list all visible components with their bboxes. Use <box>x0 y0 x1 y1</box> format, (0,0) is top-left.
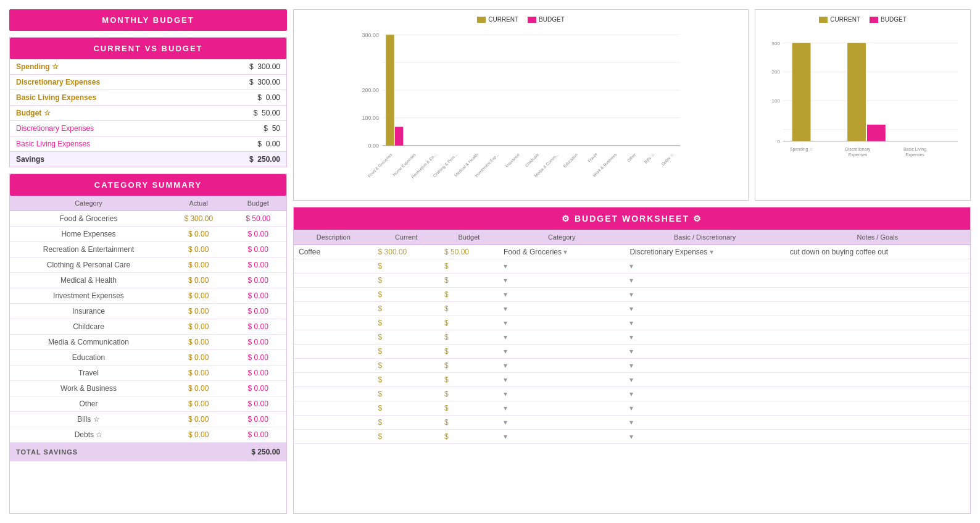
cvb-spending-label: Spending ☆ <box>10 59 201 75</box>
category-summary-section: CATEGORY SUMMARY Category Actual Budget … <box>9 174 287 514</box>
cat-row-budget: $ 0.00 <box>230 350 286 366</box>
cat-row: Bills ☆ $ 0.00 $ 0.00 <box>10 412 286 427</box>
budget-swatch <box>528 17 536 23</box>
cat-header-actual: Actual <box>167 196 230 211</box>
svg-text:Debts ☆: Debts ☆ <box>660 153 675 167</box>
svg-text:100.00: 100.00 <box>362 115 379 121</box>
ws-description[interactable]: Coffee <box>294 245 373 259</box>
ws-description[interactable] <box>294 316 373 330</box>
group-legend-current: CURRENT <box>819 16 860 23</box>
cat-row-budget: $ 0.00 <box>230 288 286 304</box>
ws-description[interactable] <box>294 259 373 274</box>
svg-text:Discretionary: Discretionary <box>845 147 871 152</box>
ws-notes <box>785 345 970 359</box>
ws-budget: $ <box>439 345 499 359</box>
ws-notes <box>785 387 970 401</box>
ws-current: $ <box>373 259 439 274</box>
ws-description[interactable] <box>294 345 373 359</box>
cvb-disc-label: Discretionary Expenses <box>10 75 201 90</box>
cat-row: Media & Communication $ 0.00 $ 0.00 <box>10 335 286 350</box>
cat-row-actual: $ 0.00 <box>167 412 230 427</box>
svg-text:0.00: 0.00 <box>368 143 379 149</box>
svg-text:Travel: Travel <box>587 152 598 163</box>
charts-row: CURRENT BUDGET <box>293 9 971 201</box>
ws-description[interactable] <box>294 387 373 401</box>
ws-basic-disc: Discretionary Expenses ▾ <box>625 245 784 259</box>
ws-description[interactable] <box>294 430 373 444</box>
ws-budget: $ <box>439 387 499 401</box>
cat-row-name: Childcare <box>10 319 167 335</box>
cat-row: Childcare $ 0.00 $ 0.00 <box>10 319 286 335</box>
cat-row: Debts ☆ $ 0.00 $ 0.00 <box>10 427 286 443</box>
cat-footer-value: $ 250.00 <box>251 448 280 456</box>
group-current-swatch <box>819 17 828 23</box>
bar-chart-box: CURRENT BUDGET <box>293 9 749 201</box>
ws-notes <box>785 259 970 274</box>
ws-category: ▾ <box>499 359 625 373</box>
worksheet-row: $ $ ▾ ▾ <box>294 274 970 288</box>
cvb-row-spending: Spending ☆ $ 300.00 <box>10 59 286 75</box>
ws-budget: $ <box>439 274 499 288</box>
cat-row: Education $ 0.00 $ 0.00 <box>10 350 286 366</box>
ws-category: ▾ <box>499 416 625 430</box>
svg-text:Education: Education <box>562 152 578 168</box>
cat-row-actual: $ 300.00 <box>167 211 230 227</box>
ws-description[interactable] <box>294 302 373 316</box>
ws-notes: cut down on buying coffee out <box>785 245 970 259</box>
worksheet-row: $ $ ▾ ▾ <box>294 345 970 359</box>
cvb-row-disc-expenses: Discretionary Expenses $ 300.00 <box>10 75 286 90</box>
worksheet-row: $ $ ▾ ▾ <box>294 401 970 416</box>
ws-description[interactable] <box>294 373 373 387</box>
cvb-savings-label: Savings <box>10 152 201 167</box>
group-legend-budget: BUDGET <box>870 16 907 23</box>
ws-current: $ <box>373 401 439 416</box>
cat-row-budget: $ 0.00 <box>230 396 286 412</box>
ws-description[interactable] <box>294 274 373 288</box>
budget-worksheet-section: ⚙ BUDGET WORKSHEET ⚙ Description Current… <box>293 207 971 514</box>
legend-budget: BUDGET <box>528 16 565 23</box>
ws-current: $ <box>373 430 439 444</box>
cat-row-actual: $ 0.00 <box>167 273 230 288</box>
svg-text:Basic Living: Basic Living <box>903 147 926 152</box>
svg-text:Other: Other <box>626 152 637 162</box>
ws-description[interactable] <box>294 359 373 373</box>
cat-row-actual: $ 0.00 <box>167 304 230 319</box>
svg-rect-38 <box>847 43 866 141</box>
cvb-basic-label: Basic Living Expenses <box>10 90 201 106</box>
ws-description[interactable] <box>294 416 373 430</box>
ws-budget: $ <box>439 288 499 302</box>
ws-basic-disc: ▾ <box>625 416 784 430</box>
cat-row-budget: $ 0.00 <box>230 412 286 427</box>
cat-summary-title: CATEGORY SUMMARY <box>10 174 286 196</box>
ws-current: $ <box>373 416 439 430</box>
cat-row-name: Travel <box>10 366 167 381</box>
cvb-budget-value: $ 50.00 <box>201 106 286 121</box>
ws-category: ▾ <box>499 373 625 387</box>
svg-text:100: 100 <box>772 98 781 104</box>
ws-category: ▾ <box>499 345 625 359</box>
ws-budget: $ <box>439 359 499 373</box>
bar-chart-legend: CURRENT BUDGET <box>300 16 742 23</box>
ws-category: ▾ <box>499 288 625 302</box>
ws-category: ▾ <box>499 302 625 316</box>
ws-current: $ 300.00 <box>373 245 439 259</box>
cat-row-actual: $ 0.00 <box>167 257 230 273</box>
ws-budget: $ <box>439 259 499 274</box>
worksheet-row: $ $ ▾ ▾ <box>294 359 970 373</box>
cat-row: Work & Business $ 0.00 $ 0.00 <box>10 381 286 396</box>
ws-notes <box>785 288 970 302</box>
ws-description[interactable] <box>294 288 373 302</box>
ws-notes <box>785 416 970 430</box>
cat-row-budget: $ 0.00 <box>230 227 286 242</box>
bar-chart-svg-wrap: 300.00 200.00 100.00 0.00 Food & Gr <box>300 28 742 187</box>
cat-row: Clothing & Personal Care $ 0.00 $ 0.00 <box>10 257 286 273</box>
worksheet-title: ⚙ BUDGET WORKSHEET ⚙ <box>294 207 970 230</box>
cvb-row-basic: Basic Living Expenses $ 0.00 <box>10 90 286 106</box>
cat-row-budget: $ 0.00 <box>230 366 286 381</box>
ws-description[interactable] <box>294 401 373 416</box>
ws-description[interactable] <box>294 330 373 345</box>
bar-chart-svg: 300.00 200.00 100.00 0.00 Food & Gr <box>300 28 742 187</box>
cvb-basic-value: $ 0.00 <box>201 90 286 106</box>
cat-row-name: Clothing & Personal Care <box>10 257 167 273</box>
cat-header-budget: Budget <box>230 196 286 211</box>
